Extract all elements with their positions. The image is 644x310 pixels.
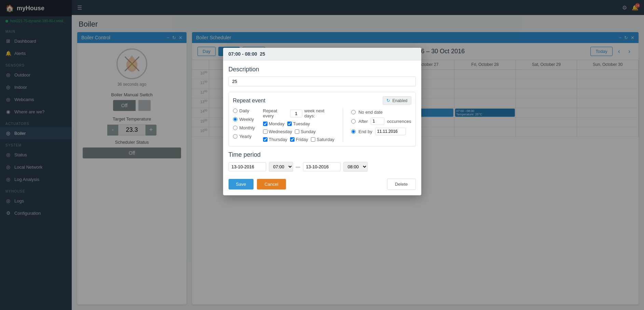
modal-body: Description Repeat event ↻ Enabled Daily [223,60,421,195]
repeat-every-input[interactable] [290,110,302,117]
week-next-days-label: week next days: [304,108,334,118]
time-range-separator: — [296,164,300,169]
day-friday[interactable]: Friday [290,137,308,142]
repeat-icon: ↻ [386,98,390,103]
radio-monthly[interactable]: Monthly [233,125,260,130]
end-by[interactable]: End by [351,128,411,135]
modal-description-input[interactable] [229,76,416,86]
after-occurrences-input[interactable] [371,117,384,125]
time-period-section: Time period 07:00 08:00 09:00 — 08:00 09… [229,151,416,172]
enabled-badge[interactable]: ↻ Enabled [383,96,411,105]
repeat-details-col: Repeat every week next days: Monday Tues… [263,108,335,142]
time-period-row: 07:00 08:00 09:00 — 08:00 09:00 10:00 [229,162,416,172]
cb-thursday[interactable] [263,137,268,142]
radio-monthly-input[interactable] [233,126,237,130]
vertical-divider [343,108,343,142]
cb-tuesday[interactable] [287,122,292,126]
event-modal: 07:00 - 08:00 25 Description Repeat even… [223,48,421,195]
radio-weekly[interactable]: Weekly [233,117,260,122]
radio-yearly[interactable]: Yearly [233,134,260,139]
modal-time-header: 07:00 - 08:00 25 [223,48,421,60]
cb-friday[interactable] [290,137,294,142]
end-options: No end date After occurrences End by [351,110,411,142]
enabled-label: Enabled [392,98,407,103]
day-monday[interactable]: Monday [263,121,285,126]
radio-after[interactable] [351,119,356,124]
modal-event-value: 25 [260,51,265,57]
end-date-input[interactable] [303,162,341,171]
end-time-select[interactable]: 08:00 09:00 10:00 [343,162,368,172]
end-by-input[interactable] [375,128,406,135]
day-tuesday[interactable]: Tuesday [287,121,310,126]
radio-no-end[interactable] [351,110,356,114]
repeat-freq-row: Repeat every week next days: [263,108,335,118]
radio-daily[interactable]: Daily [233,108,260,113]
cb-sunday[interactable] [295,129,299,134]
radio-yearly-input[interactable] [233,134,237,139]
modal-time-value: 07:00 - 08:00 [229,51,257,57]
repeat-content: Daily Weekly Monthly Yearly [233,108,411,142]
day-wednesday[interactable]: Wednesday [263,129,292,134]
day-saturday[interactable]: Saturday [311,137,334,142]
modal-repeat-header: Repeat event ↻ Enabled [233,96,411,105]
repeat-radio-col: Daily Weekly Monthly Yearly [233,108,260,142]
days-row-1: Monday Tuesday Wednesday Sunday [263,121,335,134]
cb-saturday[interactable] [311,137,315,142]
day-sunday[interactable]: Sunday [295,129,316,134]
end-no-date[interactable]: No end date [351,110,411,115]
modal-footer: Save Cancel Delete [229,177,416,190]
start-time-select[interactable]: 07:00 08:00 09:00 [269,162,293,172]
radio-end-by[interactable] [351,129,356,134]
repeat-every-label: Repeat every [263,108,288,118]
modal-overlay[interactable]: 07:00 - 08:00 25 Description Repeat even… [0,0,644,310]
end-by-label: End by [358,129,372,134]
days-row-2: Thursday Friday Saturday [263,137,335,142]
delete-button[interactable]: Delete [387,179,416,190]
cb-monday[interactable] [263,122,268,126]
cb-wednesday[interactable] [263,129,268,134]
time-period-title: Time period [229,151,416,158]
modal-repeat-section: Repeat event ↻ Enabled Daily Weekly [229,92,416,146]
start-date-input[interactable] [229,162,266,171]
radio-weekly-input[interactable] [233,117,237,122]
occurrences-label: occurrences [387,119,411,124]
repeat-event-title: Repeat event [233,98,265,104]
save-button[interactable]: Save [229,179,254,189]
modal-description-title: Description [229,66,416,73]
day-thursday[interactable]: Thursday [263,137,287,142]
end-after[interactable]: After occurrences [351,117,411,125]
cancel-button[interactable]: Cancel [257,179,286,189]
radio-daily-input[interactable] [233,109,237,113]
